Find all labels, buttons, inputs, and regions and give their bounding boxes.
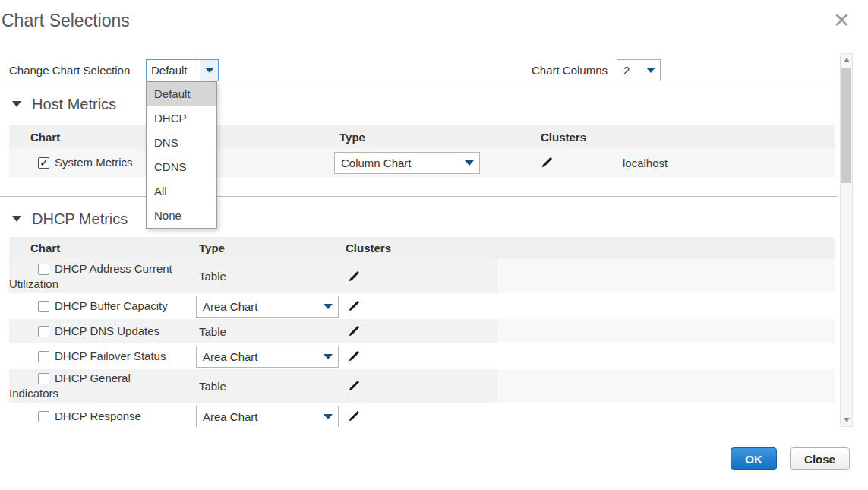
row-label: System Metrics <box>55 156 133 169</box>
column-header-type: Type <box>194 237 340 259</box>
dialog-body: Change Chart Selection Default Default D… <box>0 53 838 427</box>
column-header-type: Type <box>332 125 532 148</box>
table-row: System Metrics Column Chart localhost <box>9 148 835 177</box>
cluster-value <box>497 319 835 343</box>
dhcp-metrics-section-header: DHCP Metrics <box>12 209 128 229</box>
type-select[interactable]: Area Chart <box>196 346 339 368</box>
type-select[interactable]: Area Chart <box>196 406 339 428</box>
section-title: DHCP Metrics <box>32 210 128 228</box>
table-row: DHCP DNS Updates Table <box>9 319 835 343</box>
chart-selection-dropdown[interactable]: Default <box>146 59 219 81</box>
row-label: DHCP Buffer Capacity <box>55 299 168 312</box>
edit-clusters-icon[interactable] <box>348 380 360 392</box>
chart-columns-dropdown[interactable]: 2 <box>617 59 661 81</box>
cluster-value: localhost <box>615 148 835 177</box>
edit-clusters-icon[interactable] <box>348 325 360 337</box>
column-header-clusters: Clusters <box>532 125 615 148</box>
cluster-value <box>497 343 835 369</box>
host-metrics-section-header: Host Metrics <box>12 94 116 114</box>
section-divider <box>0 196 838 197</box>
dropdown-option-all[interactable]: All <box>147 179 216 204</box>
chart-columns-value: 2 <box>617 60 642 81</box>
row-label: DHCP DNS Updates <box>55 324 159 337</box>
collapse-triangle-icon[interactable] <box>12 101 21 107</box>
section-title: Host Metrics <box>32 96 116 113</box>
row-checkbox[interactable] <box>38 351 49 362</box>
chevron-down-icon <box>459 160 479 166</box>
triangle-down-icon <box>844 418 850 422</box>
table-row: DHCP Buffer Capacity Area Chart <box>9 293 835 319</box>
type-select[interactable]: Area Chart <box>196 296 339 318</box>
column-header-clusters: Clusters <box>340 237 497 259</box>
table-header-row: Chart Type Clusters <box>9 125 835 148</box>
chart-selection-options-list: Default DHCP DNS CDNS All None <box>146 81 217 229</box>
row-label: DHCP General Indicators <box>9 371 131 400</box>
edit-clusters-icon[interactable] <box>541 156 553 169</box>
type-value: Table <box>194 325 226 338</box>
dropdown-option-default[interactable]: Default <box>147 82 216 106</box>
collapse-triangle-icon[interactable] <box>12 216 21 222</box>
scroll-down-button[interactable] <box>841 414 852 426</box>
bottom-divider <box>0 488 868 488</box>
table-row: DHCP Failover Status Area Chart <box>9 343 835 369</box>
close-button[interactable]: Close <box>790 447 850 470</box>
chevron-down-icon <box>318 414 338 419</box>
ok-button[interactable]: OK <box>731 447 777 470</box>
chevron-down-icon <box>318 354 338 359</box>
edit-clusters-icon[interactable] <box>348 300 360 312</box>
chevron-down-icon <box>318 304 338 309</box>
table-header-row: Chart Type Clusters <box>9 237 835 259</box>
chart-columns-label: Chart Columns <box>532 64 608 77</box>
column-header-empty <box>615 125 835 148</box>
chevron-down-icon[interactable] <box>642 60 660 81</box>
page-title: Chart Selections <box>2 11 130 31</box>
row-label: DHCP Address Current Utilization <box>9 262 172 290</box>
edit-clusters-icon[interactable] <box>348 410 360 422</box>
chart-selection-value: Default <box>147 60 200 81</box>
triangle-up-icon <box>844 58 850 62</box>
cluster-value <box>497 369 835 403</box>
toolbar-divider <box>0 81 838 81</box>
type-value: Table <box>194 380 226 393</box>
row-label: DHCP Response <box>55 409 141 422</box>
system-metrics-checkbox[interactable] <box>38 157 49 169</box>
table-row: DHCP Response Area Chart <box>9 403 835 427</box>
column-header-empty <box>497 237 835 259</box>
dhcp-metrics-table: Chart Type Clusters DHCP Address Current… <box>9 237 835 427</box>
dropdown-option-cdns[interactable]: CDNS <box>147 155 216 179</box>
scroll-up-button[interactable] <box>841 54 852 66</box>
row-checkbox[interactable] <box>38 301 49 312</box>
row-checkbox[interactable] <box>38 264 49 275</box>
edit-clusters-icon[interactable] <box>348 270 360 283</box>
type-select[interactable]: Column Chart <box>334 152 480 174</box>
cluster-value <box>497 293 835 319</box>
scrollbar-track[interactable] <box>840 53 853 427</box>
row-label: DHCP Failover Status <box>55 349 166 362</box>
row-checkbox[interactable] <box>38 326 49 337</box>
host-metrics-table: Chart Type Clusters System Metrics Colum… <box>9 125 835 177</box>
row-checkbox[interactable] <box>38 411 49 422</box>
change-chart-selection-label: Change Chart Selection <box>9 64 130 77</box>
row-checkbox[interactable] <box>38 373 49 384</box>
column-header-chart: Chart <box>9 237 194 259</box>
scroll-thumb[interactable] <box>841 68 851 183</box>
cluster-value <box>497 259 835 293</box>
cluster-value <box>497 403 835 427</box>
table-row: DHCP Address Current Utilization Table <box>9 259 835 293</box>
chart-selections-dialog: Chart Selections ✕ Change Chart Selectio… <box>0 0 868 490</box>
chevron-down-icon[interactable] <box>200 60 218 81</box>
edit-clusters-icon[interactable] <box>348 350 360 362</box>
type-value: Table <box>194 270 226 283</box>
dropdown-option-dns[interactable]: DNS <box>147 131 216 155</box>
dropdown-option-dhcp[interactable]: DHCP <box>147 106 216 131</box>
table-row: DHCP General Indicators Table <box>9 369 835 403</box>
close-icon[interactable]: ✕ <box>833 9 851 32</box>
dropdown-option-none[interactable]: None <box>147 204 216 228</box>
